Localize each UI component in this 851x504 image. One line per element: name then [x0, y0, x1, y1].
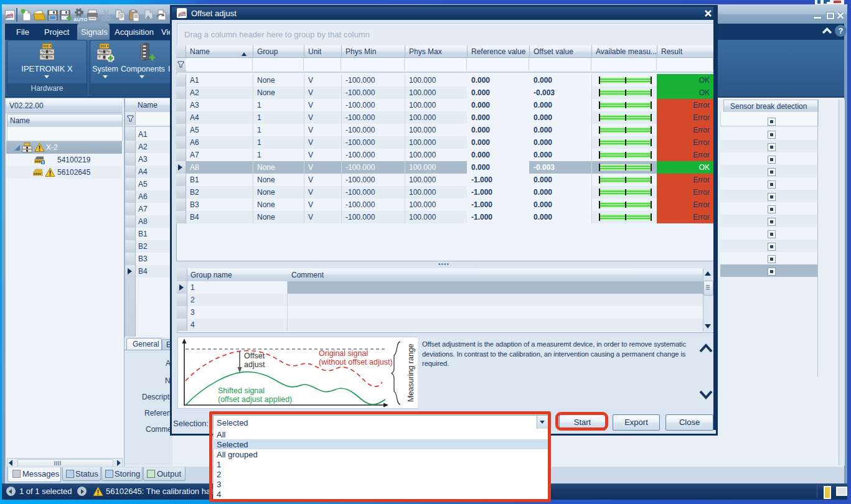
svg-text:Original signal: Original signal [319, 349, 368, 358]
svg-text:Measuring range: Measuring range [407, 343, 415, 402]
svg-text:Shifted signal: Shifted signal [218, 386, 265, 395]
svg-text:(without offset adjust): (without offset adjust) [319, 358, 393, 366]
svg-text:(offset adjust applied): (offset adjust applied) [218, 395, 292, 404]
svg-text:adjust: adjust [244, 360, 265, 369]
svg-text:Offset: Offset [244, 352, 265, 360]
svg-text:5: 5 [42, 161, 44, 164]
